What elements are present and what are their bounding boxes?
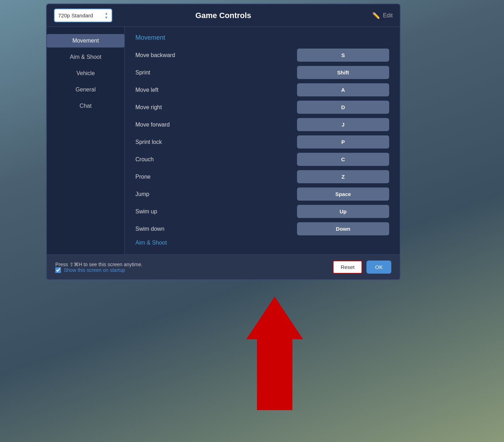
key-button[interactable]: Space [297,188,389,201]
sidebar: Movement Aim & Shoot Vehicle General Cha… [47,27,125,254]
sidebar-item-movement[interactable]: Movement [47,34,124,47]
control-label: Move left [135,87,158,93]
control-row: JumpSpace [135,188,389,201]
control-label: Move backward [135,52,175,58]
reset-button[interactable]: Reset [333,261,362,274]
key-button[interactable]: Up [297,205,389,218]
key-button[interactable]: Down [297,222,389,235]
next-section-label: Aim & Shoot [135,240,389,247]
sidebar-item-chat[interactable]: Chat [47,99,124,113]
control-row: SprintShift [135,66,389,79]
content-area: Movement Move backwardSSprintShiftMove l… [125,27,400,254]
startup-checkbox-row: Show this screen on startup [55,267,142,273]
controls-list: Move backwardSSprintShiftMove leftAMove … [135,49,389,235]
key-button[interactable]: Z [297,170,389,183]
control-label: Swim down [135,226,164,232]
control-row: Move leftA [135,83,389,96]
dialog-title: Game Controls [195,11,251,20]
edit-label: Edit [383,12,393,19]
control-row: ProneZ [135,170,389,183]
control-label: Move right [135,104,162,111]
control-label: Sprint [135,69,150,76]
red-arrow-indicator [246,297,303,410]
resolution-dropdown[interactable]: 720p Standard ▲ ▼ [54,9,112,22]
startup-checkbox[interactable] [55,267,61,273]
control-label: Jump [135,191,149,197]
section-title: Movement [135,34,389,41]
control-row: CrouchC [135,153,389,166]
sidebar-item-aim-shoot[interactable]: Aim & Shoot [47,50,124,64]
key-button[interactable]: J [297,118,389,131]
key-button[interactable]: D [297,101,389,114]
key-button[interactable]: Shift [297,66,389,79]
control-label: Sprint lock [135,139,162,145]
control-label: Move forward [135,122,170,128]
sidebar-item-vehicle[interactable]: Vehicle [47,67,124,80]
edit-button[interactable]: ✏️ Edit [372,12,393,19]
key-button[interactable]: A [297,83,389,96]
footer-hint: Press ⇧⌘H to see this screen anytime. [55,262,142,267]
key-button[interactable]: S [297,49,389,62]
arrow-stem [257,339,292,410]
control-row: Sprint lockP [135,135,389,149]
dropdown-arrows: ▲ ▼ [105,11,108,19]
control-label: Swim up [135,208,157,215]
key-button[interactable]: P [297,135,389,149]
control-row: Move forwardJ [135,118,389,131]
dialog-body: Movement Aim & Shoot Vehicle General Cha… [47,27,400,254]
dialog-footer: Press ⇧⌘H to see this screen anytime. Sh… [47,254,400,279]
startup-label: Show this screen on startup [64,267,125,273]
control-label: Crouch [135,156,154,163]
resolution-value: 720p Standard [58,12,102,18]
sidebar-item-general[interactable]: General [47,83,124,96]
control-row: Move backwardS [135,49,389,62]
control-row: Move rightD [135,101,389,114]
edit-icon: ✏️ [372,12,380,19]
ok-button[interactable]: OK [366,261,391,274]
footer-buttons: Reset OK [333,261,391,274]
key-button[interactable]: C [297,153,389,166]
control-row: Swim upUp [135,205,389,218]
arrow-head [246,297,303,339]
control-row: Swim downDown [135,222,389,235]
control-label: Prone [135,174,151,180]
game-controls-dialog: 720p Standard ▲ ▼ Game Controls ✏️ Edit … [46,4,401,280]
dialog-header: 720p Standard ▲ ▼ Game Controls ✏️ Edit [47,4,400,27]
